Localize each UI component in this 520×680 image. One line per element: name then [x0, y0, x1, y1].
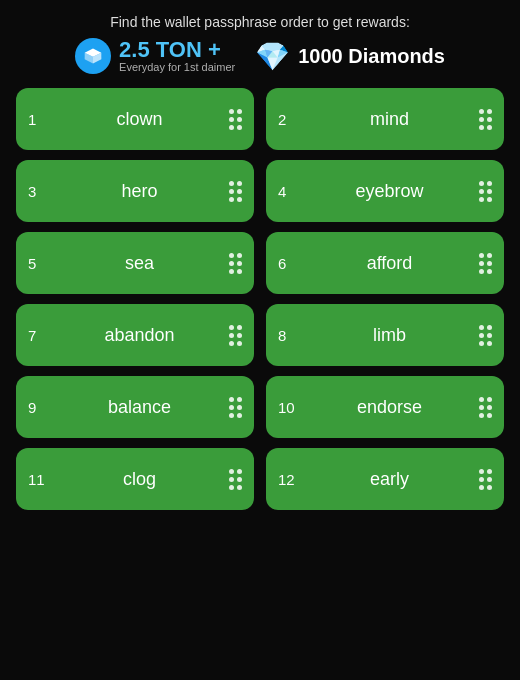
word-card-3[interactable]: 3hero: [16, 160, 254, 222]
word-num-12: 12: [278, 471, 300, 488]
drag-handle-8: [479, 325, 492, 346]
word-card-5[interactable]: 5sea: [16, 232, 254, 294]
word-num-7: 7: [28, 327, 50, 344]
word-num-8: 8: [278, 327, 300, 344]
ton-sub: Everyday for 1st daimer: [119, 61, 235, 73]
word-num-11: 11: [28, 471, 50, 488]
drag-handle-4: [479, 181, 492, 202]
word-card-8[interactable]: 8limb: [266, 304, 504, 366]
drag-handle-10: [479, 397, 492, 418]
drag-handle-12: [479, 469, 492, 490]
word-num-10: 10: [278, 399, 300, 416]
word-num-5: 5: [28, 255, 50, 272]
word-label-3: hero: [50, 181, 229, 202]
word-card-1[interactable]: 1clown: [16, 88, 254, 150]
word-label-6: afford: [300, 253, 479, 274]
word-num-6: 6: [278, 255, 300, 272]
word-num-2: 2: [278, 111, 300, 128]
ton-reward: 2.5 TON + Everyday for 1st daimer: [75, 38, 235, 74]
word-card-9[interactable]: 9balance: [16, 376, 254, 438]
ton-amount: 2.5 TON +: [119, 39, 235, 61]
drag-handle-3: [229, 181, 242, 202]
word-label-2: mind: [300, 109, 479, 130]
drag-handle-9: [229, 397, 242, 418]
word-num-9: 9: [28, 399, 50, 416]
diamond-amount: 1000 Diamonds: [298, 45, 445, 68]
drag-handle-7: [229, 325, 242, 346]
word-num-4: 4: [278, 183, 300, 200]
diamond-reward: 💎 1000 Diamonds: [255, 40, 445, 73]
word-card-4[interactable]: 4eyebrow: [266, 160, 504, 222]
drag-handle-11: [229, 469, 242, 490]
word-label-4: eyebrow: [300, 181, 479, 202]
word-label-12: early: [300, 469, 479, 490]
word-label-1: clown: [50, 109, 229, 130]
word-label-7: abandon: [50, 325, 229, 346]
drag-handle-2: [479, 109, 492, 130]
word-card-7[interactable]: 7abandon: [16, 304, 254, 366]
word-label-8: limb: [300, 325, 479, 346]
word-grid: 1clown2mind3hero4eyebrow5sea6afford7aban…: [16, 88, 504, 510]
word-label-5: sea: [50, 253, 229, 274]
word-card-2[interactable]: 2mind: [266, 88, 504, 150]
drag-handle-1: [229, 109, 242, 130]
word-num-1: 1: [28, 111, 50, 128]
header-instruction: Find the wallet passphrase order to get …: [110, 14, 410, 30]
word-label-9: balance: [50, 397, 229, 418]
word-label-11: clog: [50, 469, 229, 490]
word-card-6[interactable]: 6afford: [266, 232, 504, 294]
word-card-11[interactable]: 11clog: [16, 448, 254, 510]
drag-handle-6: [479, 253, 492, 274]
word-label-10: endorse: [300, 397, 479, 418]
drag-handle-5: [229, 253, 242, 274]
word-card-10[interactable]: 10endorse: [266, 376, 504, 438]
word-card-12[interactable]: 12early: [266, 448, 504, 510]
word-num-3: 3: [28, 183, 50, 200]
ton-icon: [75, 38, 111, 74]
diamond-icon: 💎: [255, 40, 290, 73]
